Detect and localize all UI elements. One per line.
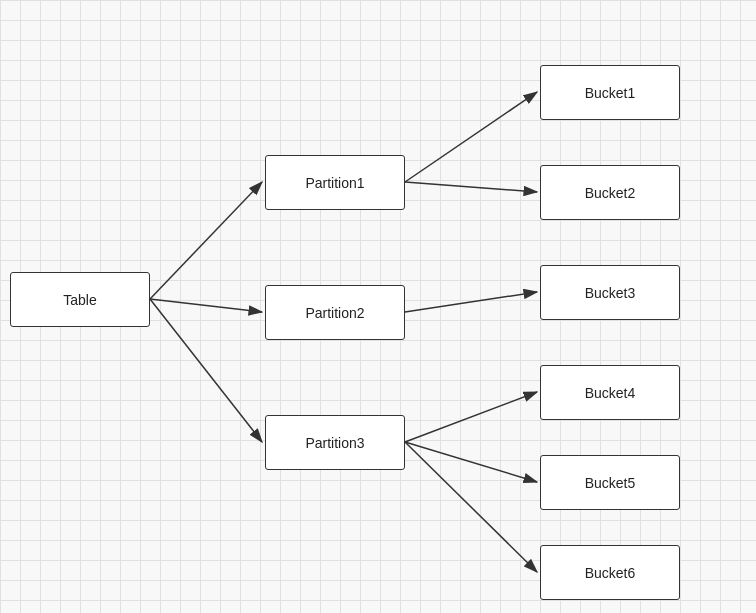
svg-line-7 xyxy=(405,392,537,442)
node-bucket6: Bucket6 xyxy=(540,545,680,600)
svg-line-8 xyxy=(405,442,537,482)
diagram-container: Table Partition1 Partition2 Partition3 B… xyxy=(0,0,756,613)
node-partition1: Partition1 xyxy=(265,155,405,210)
node-bucket4: Bucket4 xyxy=(540,365,680,420)
node-bucket2: Bucket2 xyxy=(540,165,680,220)
svg-line-6 xyxy=(405,292,537,312)
svg-line-2 xyxy=(150,299,262,312)
node-table: Table xyxy=(10,272,150,327)
node-bucket1: Bucket1 xyxy=(540,65,680,120)
svg-line-1 xyxy=(150,182,262,299)
svg-line-5 xyxy=(405,182,537,192)
svg-line-3 xyxy=(150,299,262,442)
node-partition2: Partition2 xyxy=(265,285,405,340)
svg-line-4 xyxy=(405,92,537,182)
svg-line-9 xyxy=(405,442,537,572)
node-bucket3: Bucket3 xyxy=(540,265,680,320)
node-bucket5: Bucket5 xyxy=(540,455,680,510)
node-partition3: Partition3 xyxy=(265,415,405,470)
